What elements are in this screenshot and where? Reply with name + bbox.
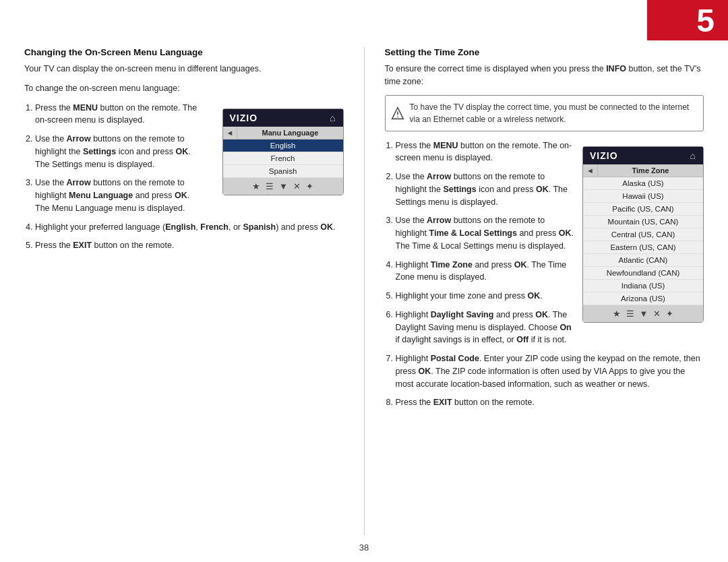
vizio-item-eastern: Eastern (US, CAN): [583, 241, 703, 254]
vizio-item-spanish: Spanish: [223, 165, 343, 178]
vizio-menu-title-right: Time Zone: [598, 164, 703, 177]
vizio-item-alaska: Alaska (US): [583, 177, 703, 190]
right-step-7: Highlight Postal Code. Enter your ZIP co…: [396, 352, 704, 390]
vizio-item-english: English: [223, 139, 343, 152]
left-intro2: To change the on-screen menu language:: [24, 82, 344, 95]
main-content: Changing the On-Screen Menu Language You…: [24, 47, 704, 535]
star-icon-right: ★: [613, 309, 621, 319]
down-icon-left: ▼: [279, 181, 288, 191]
home-icon-left: ⌂: [330, 113, 336, 123]
vizio-item-indiana: Indiana (US): [583, 280, 703, 292]
x-icon-right: ✕: [653, 309, 661, 319]
star-icon-left: ★: [252, 181, 260, 191]
column-divider: [364, 47, 365, 535]
warning-box: To have the TV display the correct time,…: [385, 95, 704, 131]
right-intro: To ensure the correct time is displayed …: [385, 63, 704, 88]
vizio-screen-right: VIZIO ⌂ ◄ Time Zone Alaska (US) Hawaii (…: [582, 146, 704, 323]
page-number: 38: [359, 542, 369, 553]
left-step-4: Highlight your preferred language (Engli…: [35, 221, 344, 234]
vizio-item-central: Central (US, CAN): [583, 228, 703, 241]
warning-text: To have the TV display the correct time,…: [410, 102, 690, 124]
vizio-item-newfoundland: Newfoundland (CAN): [583, 267, 703, 280]
vizio-brand-right: VIZIO: [590, 150, 618, 161]
vizio-footer-left: ★ ☰ ▼ ✕ ✦: [223, 178, 343, 195]
gear-icon-left: ✦: [306, 181, 313, 191]
vizio-brand-left: VIZIO: [230, 113, 258, 123]
vizio-back-arrow-right: ◄: [583, 164, 598, 177]
down-icon-right: ▼: [640, 309, 648, 319]
vizio-header-left: VIZIO ⌂: [223, 109, 343, 127]
vizio-back-arrow-left: ◄: [223, 127, 238, 139]
vizio-item-atlantic: Atlantic (CAN): [583, 254, 703, 267]
vizio-item-arizona: Arizona (US): [583, 292, 703, 305]
vizio-item-hawaii: Hawaii (US): [583, 190, 703, 203]
right-column: Setting the Time Zone To ensure the corr…: [385, 47, 704, 535]
vizio-header-right: VIZIO ⌂: [583, 147, 703, 164]
warning-icon: [391, 106, 404, 120]
x-icon-left: ✕: [293, 181, 301, 191]
vizio-footer-right: ★ ☰ ▼ ✕ ✦: [583, 305, 703, 322]
left-heading: Changing the On-Screen Menu Language: [24, 47, 344, 57]
vizio-item-french: French: [223, 152, 343, 165]
vizio-menu-row-left: ◄ Manu Language: [223, 127, 343, 139]
left-step-5: Press the EXIT button on the remote.: [35, 239, 344, 252]
svg-point-2: [397, 116, 398, 117]
chapter-number: 5: [696, 2, 715, 39]
vizio-item-pacific: Pacific (US, CAN): [583, 203, 703, 216]
menu-icon-right: ☰: [626, 309, 634, 319]
menu-icon-left: ☰: [266, 181, 274, 191]
left-column: Changing the On-Screen Menu Language You…: [24, 47, 344, 535]
vizio-screen-left: VIZIO ⌂ ◄ Manu Language English French S…: [222, 108, 344, 195]
chapter-number-bar: 5: [647, 0, 728, 40]
vizio-menu-row-right: ◄ Time Zone: [583, 164, 703, 177]
gear-icon-right: ✦: [666, 309, 673, 319]
left-intro1: Your TV can display the on-screen menu i…: [24, 63, 344, 75]
vizio-item-mountain: Mountain (US, CAN): [583, 216, 703, 228]
right-heading: Setting the Time Zone: [385, 47, 704, 57]
vizio-menu-title-left: Manu Language: [237, 127, 342, 139]
right-step-8: Press the EXIT button on the remote.: [396, 396, 704, 409]
home-icon-right: ⌂: [690, 150, 696, 161]
